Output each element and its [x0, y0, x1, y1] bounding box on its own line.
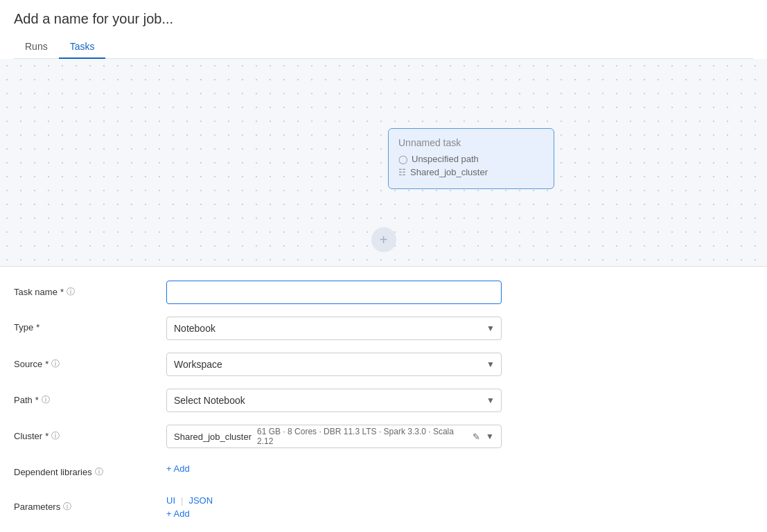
- cluster-name: Shared_job_cluster: [174, 432, 252, 442]
- task-node[interactable]: Unnamed task ◯ Unspecified path ☷ Shared…: [388, 128, 554, 189]
- cluster-control: Shared_job_cluster 61 GB · 8 Cores · DBR…: [166, 425, 753, 448]
- cluster-chevron-icon[interactable]: ▼: [486, 432, 494, 441]
- task-name-control: [166, 281, 753, 304]
- cluster-label: Cluster * ⓘ: [14, 425, 166, 442]
- type-select-wrap: Notebook Python JAR Spark Submit ▼: [166, 317, 502, 340]
- source-select-wrap: Workspace Git provider ▼: [166, 353, 502, 376]
- parameters-row: Parameters ⓘ UI | JSON + Add: [14, 495, 753, 519]
- parameters-ui-link[interactable]: UI: [166, 495, 175, 506]
- add-parameters-label: + Add: [166, 508, 190, 519]
- task-node-path-row: ◯ Unspecified path: [398, 154, 544, 164]
- path-label: Path * ⓘ: [14, 389, 166, 406]
- page-header: Add a name for your job... Runs Tasks: [0, 0, 767, 59]
- type-label: Type *: [14, 317, 166, 332]
- source-control: Workspace Git provider ▼: [166, 353, 753, 376]
- add-task-button[interactable]: +: [371, 227, 396, 252]
- add-dependent-libraries-button[interactable]: + Add: [166, 463, 753, 474]
- path-help-icon[interactable]: ⓘ: [42, 394, 50, 406]
- source-help-icon[interactable]: ⓘ: [51, 358, 60, 370]
- parameters-type-links: UI | JSON: [166, 495, 753, 506]
- path-control: Select Notebook ▼: [166, 389, 753, 412]
- tab-runs[interactable]: Runs: [14, 35, 59, 59]
- parameters-control: UI | JSON + Add: [166, 495, 753, 519]
- canvas-area: Unnamed task ◯ Unspecified path ☷ Shared…: [0, 59, 767, 267]
- parameters-json-link[interactable]: JSON: [188, 495, 213, 506]
- parameters-label: Parameters ⓘ: [14, 495, 166, 513]
- cluster-info: 61 GB · 8 Cores · DBR 11.3 LTS · Spark 3…: [257, 427, 467, 446]
- type-control: Notebook Python JAR Spark Submit ▼: [166, 317, 753, 340]
- source-label: Source * ⓘ: [14, 353, 166, 370]
- task-name-label: Task name * ⓘ: [14, 281, 166, 298]
- task-node-cluster: Shared_job_cluster: [410, 167, 488, 177]
- task-node-title: Unnamed task: [398, 137, 544, 148]
- form-area: Task name * ⓘ Type * Notebook Python JAR…: [0, 267, 767, 532]
- path-row: Path * ⓘ Select Notebook ▼: [14, 389, 753, 412]
- folder-icon: ◯: [398, 154, 407, 164]
- type-select[interactable]: Notebook Python JAR Spark Submit: [166, 317, 502, 340]
- task-node-cluster-row: ☷ Shared_job_cluster: [398, 167, 544, 177]
- source-select[interactable]: Workspace Git provider: [166, 353, 502, 376]
- cluster-help-icon[interactable]: ⓘ: [51, 430, 60, 442]
- dependent-libraries-row: Dependent libraries ⓘ + Add: [14, 461, 753, 483]
- path-select[interactable]: Select Notebook: [166, 389, 502, 412]
- task-name-help-icon[interactable]: ⓘ: [67, 286, 75, 298]
- path-select-wrap: Select Notebook ▼: [166, 389, 502, 412]
- tab-tasks[interactable]: Tasks: [59, 35, 106, 59]
- dependent-libraries-label: Dependent libraries ⓘ: [14, 461, 166, 478]
- cluster-icon: ☷: [398, 168, 406, 177]
- source-row: Source * ⓘ Workspace Git provider ▼: [14, 353, 753, 376]
- dependent-libraries-help-icon[interactable]: ⓘ: [95, 466, 103, 478]
- page-title: Add a name for your job...: [14, 11, 753, 27]
- add-parameters-button[interactable]: + Add: [166, 508, 753, 519]
- cluster-selector[interactable]: Shared_job_cluster 61 GB · 8 Cores · DBR…: [166, 425, 502, 448]
- dependent-libraries-control: + Add: [166, 461, 753, 474]
- parameters-help-icon[interactable]: ⓘ: [63, 501, 71, 513]
- cluster-edit-icon[interactable]: ✎: [473, 432, 480, 442]
- task-name-input[interactable]: [166, 281, 502, 304]
- tabs: Runs Tasks: [14, 35, 753, 59]
- task-node-path: Unspecified path: [412, 154, 479, 164]
- add-dependent-libraries-label: + Add: [166, 463, 190, 474]
- type-row: Type * Notebook Python JAR Spark Submit …: [14, 317, 753, 340]
- cluster-row: Cluster * ⓘ Shared_job_cluster 61 GB · 8…: [14, 425, 753, 448]
- task-name-row: Task name * ⓘ: [14, 281, 753, 304]
